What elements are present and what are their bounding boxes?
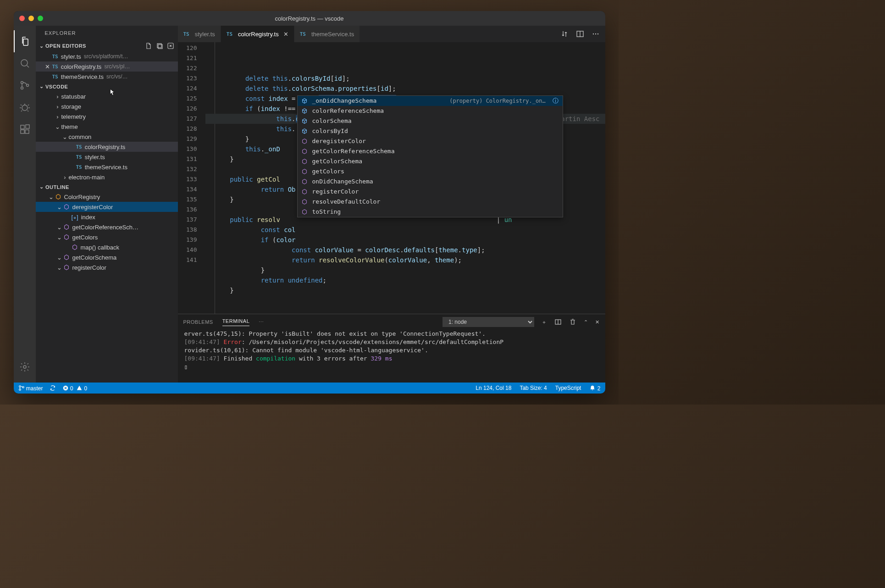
symbol-method-icon [63,264,70,271]
outline-item[interactable]: ⌄deregisterColor [36,202,178,212]
more-panel-icon[interactable]: ⋯ [259,319,264,325]
outline-item[interactable]: map() callback [36,242,178,252]
editor-tab[interactable]: TSthemeService.ts [294,26,360,42]
extensions-icon[interactable] [14,118,36,140]
code-line[interactable]: delete this.colorSchema.properties[id]; [205,83,605,94]
outline-item[interactable]: [∘]index [36,212,178,222]
file-tree-item[interactable]: TSthemeService.ts [36,162,178,172]
suggest-item[interactable]: resolveDefaultColor [298,197,563,207]
code-line[interactable]: const colorValue = colorDesc.defaults[th… [205,245,605,255]
suggest-item[interactable]: colorSchema [298,116,563,126]
status-language[interactable]: TypeScript [555,385,581,391]
file-tree-item[interactable]: ›storage [36,101,178,111]
suggest-item[interactable]: colorReferenceSchema [298,106,563,116]
open-editor-item[interactable]: ✕TScolorRegistry.tssrc/vs/pl… [36,61,178,72]
code-line[interactable]: return resolveColorValue(colorValue, the… [205,255,605,265]
code-line[interactable]: if (color [205,235,605,245]
open-editors-header[interactable]: ⌄ OPEN EDITORS [36,40,178,51]
outline-item[interactable]: ⌄getColors [36,232,178,242]
suggest-item[interactable]: getColors [298,166,563,177]
maximize-window-button[interactable] [38,16,43,21]
info-icon[interactable]: ⓘ [549,96,559,106]
file-tree-item[interactable]: ⌄common [36,132,178,142]
suggest-item[interactable]: onDidChangeSchema [298,177,563,187]
suggest-item[interactable]: deregisterColor [298,136,563,146]
code-content[interactable]: delete this.colorsById[id]; delete this.… [205,42,605,314]
file-tree-item[interactable]: TScolorRegistry.ts [36,142,178,152]
file-tree-item[interactable]: ›telemetry [36,111,178,122]
explorer-icon[interactable] [14,30,36,52]
status-problems[interactable]: 0 0 [62,385,88,392]
sidebar: EXPLORER ⌄ OPEN EDITORS ✕TSstyler.tssrc/… [36,26,178,383]
outline-item[interactable]: ⌄registerColor [36,262,178,272]
code-line[interactable]: delete this.colorsById[id]; [205,73,605,83]
workspace-header[interactable]: ⌄ VSCODE [36,82,178,91]
close-icon[interactable]: ✕ [45,63,52,70]
kill-terminal-icon[interactable] [569,318,576,326]
suggest-item[interactable]: registerColor [298,187,563,197]
status-tabsize[interactable]: Tab Size: 4 [520,385,547,391]
outline-item[interactable]: ⌄getColorSchema [36,252,178,262]
chevron-icon: ⌄ [61,133,69,140]
chevron-icon [69,144,76,150]
sync-icon[interactable] [50,385,56,391]
split-terminal-icon[interactable] [554,318,562,326]
svg-rect-8 [26,125,29,128]
terminal-output[interactable]: erver.ts(475,15): Property 'isBuilt' doe… [178,330,605,383]
suggest-widget[interactable]: _onDidChangeSchema(property) ColorRegist… [297,95,563,217]
file-tree-item[interactable]: ›electron-main [36,172,178,182]
editor-tab[interactable]: TScolorRegistry.ts✕ [221,26,294,42]
more-actions-icon[interactable] [592,30,600,38]
editor-body[interactable]: 1201211221231241251261271281291301311321… [178,42,605,314]
outline-header[interactable]: ⌄ OUTLINE [36,182,178,192]
save-all-icon[interactable] [156,42,163,50]
debug-icon[interactable] [14,96,36,118]
file-tree-item[interactable]: ⌄theme [36,122,178,132]
suggest-field-icon [301,118,309,124]
suggest-item[interactable]: _onDidChangeSchema(property) ColorRegist… [298,96,563,106]
code-line[interactable]: } [205,285,605,295]
close-all-icon[interactable] [167,42,174,50]
outline-label: OUTLINE [45,184,69,190]
app-window: colorRegistry.ts — vscode [14,11,605,394]
symbol-method-icon [63,254,70,261]
maximize-panel-icon[interactable]: ⌃ [584,319,588,325]
suggest-item[interactable]: colorsById [298,126,563,136]
source-control-icon[interactable] [14,74,36,96]
chevron-icon [69,154,76,161]
minimize-window-button[interactable] [28,16,34,21]
code-line[interactable]: const col [205,225,605,235]
problems-tab[interactable]: PROBLEMS [183,319,213,325]
typescript-file-icon: TS [52,74,58,80]
status-notifications[interactable]: 2 [589,385,600,392]
file-tree-item[interactable]: TSstyler.ts [36,152,178,162]
suggest-item[interactable]: toString [298,207,563,217]
close-panel-icon[interactable]: ✕ [595,319,600,325]
editor-tab[interactable]: TSstyler.ts [178,26,221,42]
outline-item[interactable]: ⌄getColorReferenceSch… [36,222,178,232]
close-tab-icon[interactable]: ✕ [283,31,288,38]
terminal-tab[interactable]: TERMINAL [222,318,250,326]
code-line[interactable]: return undefined; [205,275,605,285]
split-editor-icon[interactable] [576,30,584,38]
close-window-button[interactable] [19,16,25,21]
open-editor-item[interactable]: ✕TSstyler.tssrc/vs/platform/t… [36,51,178,61]
code-line[interactable]: } [205,265,605,275]
outline-item[interactable]: ⌄ColorRegistry [36,192,178,202]
new-terminal-icon[interactable]: ＋ [542,319,547,326]
status-lncol[interactable]: Ln 124, Col 18 [476,385,511,391]
svg-rect-11 [158,44,162,49]
typescript-file-icon: TS [76,164,82,170]
new-file-icon[interactable] [145,42,152,50]
compare-changes-icon[interactable] [560,30,569,38]
git-branch[interactable]: master [18,385,43,392]
open-editor-item[interactable]: ✕TSthemeService.tssrc/vs/… [36,72,178,82]
symbol-method-icon [63,224,70,230]
suggest-item[interactable]: getColorReferenceSchema [298,146,563,156]
file-tree-item[interactable]: ›statusbar [36,91,178,101]
suggest-item[interactable]: getColorSchema [298,156,563,166]
search-icon[interactable] [14,52,36,74]
terminal-selector[interactable]: 1: node [442,317,534,327]
settings-gear-icon[interactable] [14,356,36,378]
suggest-method-icon [301,148,309,155]
